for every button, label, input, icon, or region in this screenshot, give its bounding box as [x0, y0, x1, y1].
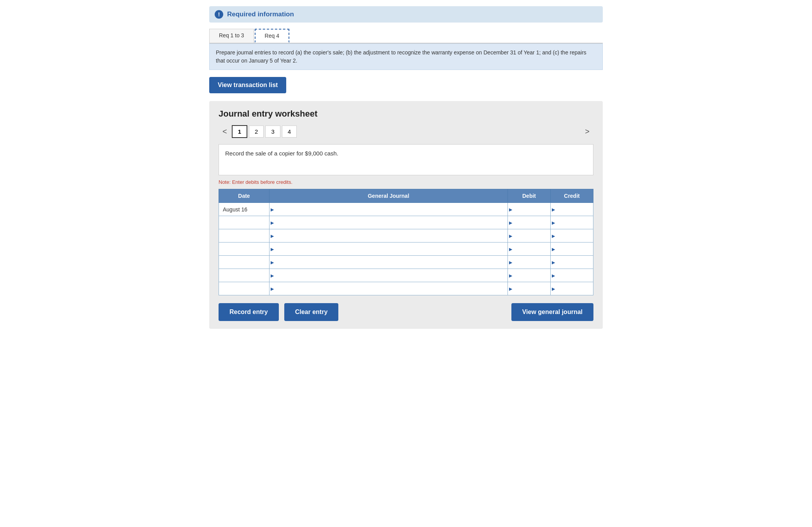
gj-cell-7[interactable]: [270, 282, 508, 295]
debit-input-5[interactable]: [508, 256, 550, 269]
bottom-buttons: Record entry Clear entry View general jo…: [219, 303, 593, 321]
page-1-button[interactable]: 1: [232, 125, 247, 138]
note-text: Note: Enter debits before credits.: [219, 179, 593, 185]
journal-table: Date General Journal Debit Credit August…: [219, 189, 593, 295]
col-header-gj: General Journal: [270, 189, 508, 203]
credit-input-3[interactable]: [551, 229, 593, 242]
tabs-row: Req 1 to 3 Req 4: [209, 29, 603, 44]
debit-input-7[interactable]: [508, 282, 550, 295]
credit-cell-2[interactable]: [551, 216, 593, 229]
table-row: [219, 243, 593, 256]
gj-input-7[interactable]: [270, 282, 508, 295]
date-cell-7: [219, 282, 270, 295]
date-cell-4: [219, 243, 270, 256]
gj-input-5[interactable]: [270, 256, 508, 269]
instructions-box: Prepare journal entries to record (a) th…: [209, 44, 603, 70]
credit-input-6[interactable]: [551, 269, 593, 282]
date-cell-2: [219, 216, 270, 229]
date-cell-6: [219, 269, 270, 282]
page-2-button[interactable]: 2: [249, 126, 264, 138]
credit-cell-3[interactable]: [551, 229, 593, 243]
pagination-row: < 1 2 3 4 >: [219, 125, 593, 138]
clear-entry-button[interactable]: Clear entry: [284, 303, 339, 321]
debit-cell-3[interactable]: [508, 229, 551, 243]
gj-cell-1[interactable]: [270, 203, 508, 216]
description-box: Record the sale of a copier for $9,000 c…: [219, 144, 593, 175]
debit-cell-1[interactable]: [508, 203, 551, 216]
debit-cell-7[interactable]: [508, 282, 551, 295]
table-row: [219, 256, 593, 269]
gj-input-4[interactable]: [270, 243, 508, 255]
col-header-debit: Debit: [508, 189, 551, 203]
credit-input-1[interactable]: [551, 203, 593, 216]
view-general-journal-button[interactable]: View general journal: [511, 303, 593, 321]
gj-input-6[interactable]: [270, 269, 508, 282]
table-row: August 16: [219, 203, 593, 216]
col-header-date: Date: [219, 189, 270, 203]
gj-cell-2[interactable]: [270, 216, 508, 229]
credit-input-4[interactable]: [551, 243, 593, 255]
credit-cell-1[interactable]: [551, 203, 593, 216]
gj-cell-4[interactable]: [270, 243, 508, 256]
debit-cell-5[interactable]: [508, 256, 551, 269]
credit-cell-5[interactable]: [551, 256, 593, 269]
page-4-button[interactable]: 4: [282, 126, 297, 138]
table-row: [219, 282, 593, 295]
worksheet-container: Journal entry worksheet < 1 2 3 4 > Reco…: [209, 101, 603, 329]
table-row: [219, 216, 593, 229]
credit-input-2[interactable]: [551, 216, 593, 229]
required-info-bar: ! Required information: [209, 6, 603, 23]
debit-input-1[interactable]: [508, 203, 550, 216]
credit-input-7[interactable]: [551, 282, 593, 295]
credit-cell-4[interactable]: [551, 243, 593, 256]
debit-input-2[interactable]: [508, 216, 550, 229]
prev-page-button[interactable]: <: [219, 126, 231, 138]
table-row: [219, 269, 593, 282]
debit-input-6[interactable]: [508, 269, 550, 282]
gj-input-2[interactable]: [270, 216, 508, 229]
next-page-button[interactable]: >: [581, 126, 593, 138]
credit-input-5[interactable]: [551, 256, 593, 269]
gj-input-3[interactable]: [270, 229, 508, 242]
table-row: [219, 229, 593, 243]
gj-cell-5[interactable]: [270, 256, 508, 269]
credit-cell-7[interactable]: [551, 282, 593, 295]
credit-cell-6[interactable]: [551, 269, 593, 282]
gj-cell-6[interactable]: [270, 269, 508, 282]
gj-cell-3[interactable]: [270, 229, 508, 243]
debit-input-3[interactable]: [508, 229, 550, 242]
tab-req-1-3[interactable]: Req 1 to 3: [209, 29, 254, 43]
date-cell-1: August 16: [219, 203, 270, 216]
gj-input-1[interactable]: [270, 203, 508, 216]
view-transaction-button[interactable]: View transaction list: [209, 77, 286, 93]
debit-input-4[interactable]: [508, 243, 550, 255]
required-info-title: Required information: [227, 10, 294, 18]
debit-cell-6[interactable]: [508, 269, 551, 282]
record-entry-button[interactable]: Record entry: [219, 303, 279, 321]
tab-req-4[interactable]: Req 4: [255, 29, 289, 43]
debit-cell-4[interactable]: [508, 243, 551, 256]
page-3-button[interactable]: 3: [265, 126, 280, 138]
debit-cell-2[interactable]: [508, 216, 551, 229]
date-cell-3: [219, 229, 270, 243]
info-icon: !: [215, 10, 223, 19]
worksheet-title: Journal entry worksheet: [219, 109, 593, 119]
col-header-credit: Credit: [551, 189, 593, 203]
date-cell-5: [219, 256, 270, 269]
